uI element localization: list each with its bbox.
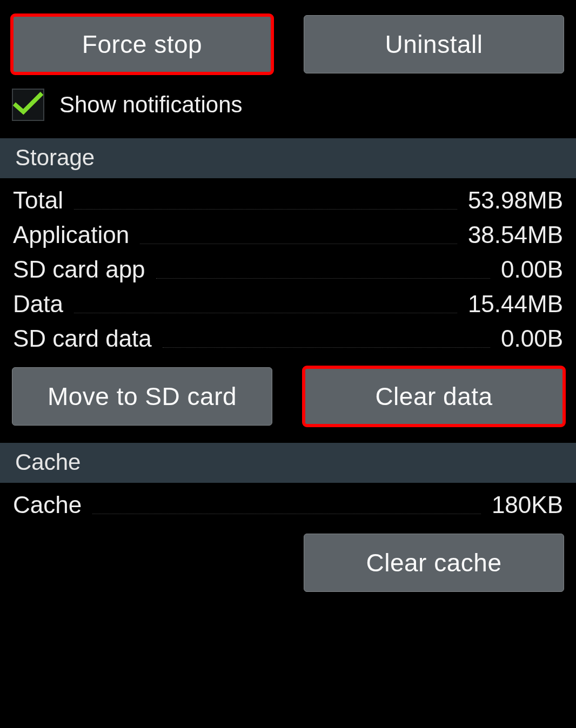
- clear-data-label: Clear data: [375, 382, 492, 411]
- divider: [74, 209, 457, 210]
- storage-row-data: Data 15.44MB: [13, 283, 563, 318]
- show-notifications-row[interactable]: Show notifications: [0, 73, 576, 137]
- divider: [74, 313, 457, 313]
- storage-button-row: Move to SD card Clear data: [0, 352, 576, 442]
- clear-cache-label: Clear cache: [366, 548, 502, 577]
- uninstall-button[interactable]: Uninstall: [304, 15, 564, 73]
- storage-data-value: 15.44MB: [468, 291, 563, 318]
- divider: [156, 278, 490, 279]
- storage-total-label: Total: [13, 187, 63, 214]
- top-action-row: Force stop Uninstall: [0, 0, 576, 73]
- show-notifications-checkbox[interactable]: [12, 89, 44, 121]
- storage-header: Storage: [0, 137, 576, 179]
- show-notifications-label: Show notifications: [59, 92, 243, 118]
- force-stop-label: Force stop: [82, 30, 202, 59]
- cache-header: Cache: [0, 442, 576, 484]
- cache-row: Cache 180KB: [13, 484, 563, 518]
- clear-data-button[interactable]: Clear data: [304, 367, 564, 426]
- storage-sdcard-data-label: SD card data: [13, 325, 152, 352]
- clear-cache-button[interactable]: Clear cache: [304, 534, 564, 592]
- storage-total-value: 53.98MB: [468, 187, 563, 214]
- cache-button-row: Clear cache: [0, 518, 576, 608]
- divider: [140, 244, 457, 244]
- storage-sdcard-data-value: 0.00B: [501, 325, 563, 352]
- cache-label: Cache: [13, 491, 82, 518]
- move-to-sd-button[interactable]: Move to SD card: [12, 367, 272, 426]
- storage-list: Total 53.98MB Application 38.54MB SD car…: [0, 179, 576, 352]
- uninstall-label: Uninstall: [385, 30, 483, 59]
- storage-sdcard-app-label: SD card app: [13, 256, 145, 283]
- divider: [92, 514, 481, 514]
- cache-list: Cache 180KB: [0, 484, 576, 518]
- storage-row-sdcard-data: SD card data 0.00B: [13, 318, 563, 352]
- checkmark-icon: [13, 91, 43, 118]
- move-to-sd-label: Move to SD card: [48, 382, 237, 411]
- storage-data-label: Data: [13, 291, 63, 318]
- force-stop-button[interactable]: Force stop: [12, 15, 272, 73]
- storage-row-sdcard-app: SD card app 0.00B: [13, 248, 563, 283]
- storage-row-total: Total 53.98MB: [13, 179, 563, 214]
- storage-application-label: Application: [13, 221, 129, 248]
- cache-value: 180KB: [492, 491, 563, 518]
- storage-sdcard-app-value: 0.00B: [501, 256, 563, 283]
- storage-row-application: Application 38.54MB: [13, 214, 563, 248]
- storage-application-value: 38.54MB: [468, 221, 563, 248]
- divider: [163, 347, 490, 348]
